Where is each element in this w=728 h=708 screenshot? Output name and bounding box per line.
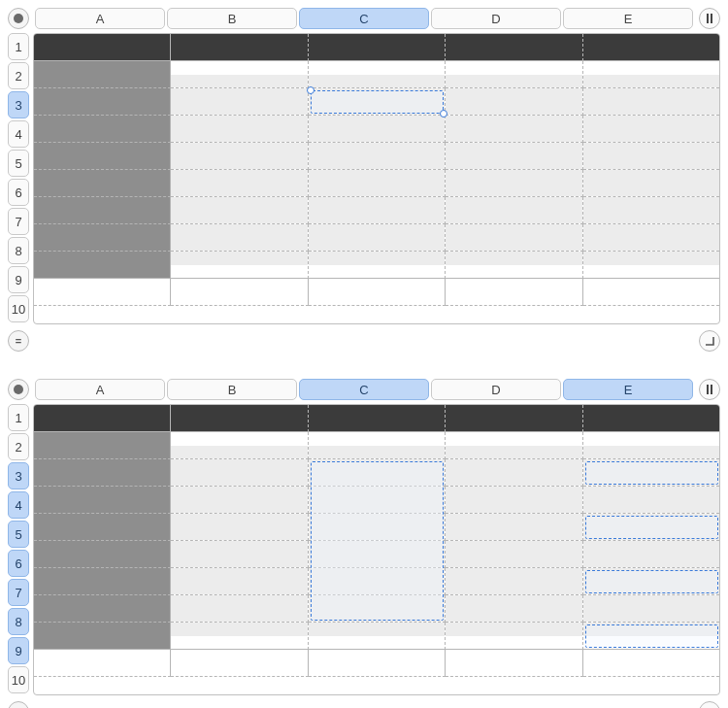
cell[interactable] xyxy=(171,650,308,677)
cell[interactable] xyxy=(171,224,308,252)
cell[interactable] xyxy=(309,88,446,116)
cell[interactable] xyxy=(446,252,582,279)
cell[interactable] xyxy=(171,116,308,143)
col-header-b[interactable]: B xyxy=(167,8,297,29)
cell[interactable] xyxy=(583,623,719,650)
cell[interactable] xyxy=(446,595,582,623)
row-header-5[interactable]: 5 xyxy=(8,150,29,177)
row-header-6[interactable]: 6 xyxy=(8,550,29,577)
col-header-c[interactable]: C xyxy=(299,379,429,400)
cell-grid[interactable] xyxy=(33,33,720,324)
cell[interactable] xyxy=(446,224,582,252)
cell[interactable] xyxy=(446,116,582,143)
row-header-8[interactable]: 8 xyxy=(8,237,29,264)
cell[interactable] xyxy=(446,88,582,116)
cell[interactable] xyxy=(583,432,719,459)
row-header-5[interactable]: 5 xyxy=(8,521,29,548)
cell[interactable] xyxy=(446,487,582,514)
cell[interactable] xyxy=(171,568,308,595)
cell[interactable] xyxy=(34,432,171,459)
record-icon[interactable] xyxy=(8,8,29,29)
cell[interactable] xyxy=(446,279,582,306)
cell[interactable] xyxy=(446,405,582,432)
cell[interactable] xyxy=(583,595,719,623)
row-header-4[interactable]: 4 xyxy=(8,491,29,519)
cell[interactable] xyxy=(309,459,446,487)
cell[interactable] xyxy=(171,61,308,88)
cell[interactable] xyxy=(583,487,719,514)
cell[interactable] xyxy=(446,143,582,170)
col-header-c[interactable]: C xyxy=(299,8,429,29)
cell[interactable] xyxy=(171,170,308,197)
row-header-9[interactable]: 9 xyxy=(8,266,29,293)
cell[interactable] xyxy=(583,224,719,252)
cell[interactable] xyxy=(34,34,171,61)
row-header-3[interactable]: 3 xyxy=(8,462,29,489)
row-header-6[interactable]: 6 xyxy=(8,179,29,206)
cell[interactable] xyxy=(583,143,719,170)
cell[interactable] xyxy=(309,405,446,432)
cell[interactable] xyxy=(583,61,719,88)
cell[interactable] xyxy=(171,88,308,116)
row-header-3[interactable]: 3 xyxy=(8,91,29,118)
row-header-10[interactable]: 10 xyxy=(8,295,29,322)
pause-icon[interactable] xyxy=(699,379,720,400)
cell[interactable] xyxy=(34,252,171,279)
cell[interactable] xyxy=(34,650,171,677)
cell[interactable] xyxy=(309,170,446,197)
cell[interactable] xyxy=(34,197,171,224)
cell[interactable] xyxy=(446,650,582,677)
cell[interactable] xyxy=(446,170,582,197)
cell[interactable] xyxy=(171,279,308,306)
cell[interactable] xyxy=(34,279,171,306)
row-header-9[interactable]: 9 xyxy=(8,637,29,664)
cell[interactable] xyxy=(171,514,308,541)
col-header-d[interactable]: D xyxy=(431,8,561,29)
cell[interactable] xyxy=(309,568,446,595)
cell[interactable] xyxy=(34,405,171,432)
col-header-b[interactable]: B xyxy=(167,379,297,400)
cell[interactable] xyxy=(446,568,582,595)
cell[interactable] xyxy=(446,197,582,224)
cell[interactable] xyxy=(309,514,446,541)
cell[interactable] xyxy=(583,568,719,595)
cell[interactable] xyxy=(446,61,582,88)
cell[interactable] xyxy=(34,487,171,514)
cell[interactable] xyxy=(34,568,171,595)
cell-grid[interactable] xyxy=(33,404,720,695)
cell[interactable] xyxy=(34,595,171,623)
row-header-7[interactable]: 7 xyxy=(8,579,29,606)
col-header-e[interactable]: E xyxy=(563,8,693,29)
cell[interactable] xyxy=(583,279,719,306)
cell[interactable] xyxy=(171,432,308,459)
row-header-7[interactable]: 7 xyxy=(8,208,29,235)
corner-icon[interactable] xyxy=(699,701,720,708)
cell[interactable] xyxy=(309,197,446,224)
cell[interactable] xyxy=(309,34,446,61)
equals-icon[interactable]: = xyxy=(8,330,29,352)
cell[interactable] xyxy=(309,279,446,306)
cell[interactable] xyxy=(583,514,719,541)
cell[interactable] xyxy=(583,34,719,61)
cell[interactable] xyxy=(309,143,446,170)
cell[interactable] xyxy=(34,88,171,116)
cell[interactable] xyxy=(34,514,171,541)
cell[interactable] xyxy=(34,116,171,143)
cell[interactable] xyxy=(583,116,719,143)
cell[interactable] xyxy=(583,170,719,197)
cell[interactable] xyxy=(583,459,719,487)
cell[interactable] xyxy=(309,116,446,143)
cell[interactable] xyxy=(171,143,308,170)
cell[interactable] xyxy=(583,88,719,116)
row-header-4[interactable]: 4 xyxy=(8,120,29,148)
cell[interactable] xyxy=(446,432,582,459)
cell[interactable] xyxy=(309,224,446,252)
cell[interactable] xyxy=(309,650,446,677)
cell[interactable] xyxy=(446,541,582,568)
cell[interactable] xyxy=(583,541,719,568)
row-header-1[interactable]: 1 xyxy=(8,404,29,431)
cell[interactable] xyxy=(309,432,446,459)
cell[interactable] xyxy=(171,595,308,623)
row-header-2[interactable]: 2 xyxy=(8,433,29,460)
cell[interactable] xyxy=(446,514,582,541)
